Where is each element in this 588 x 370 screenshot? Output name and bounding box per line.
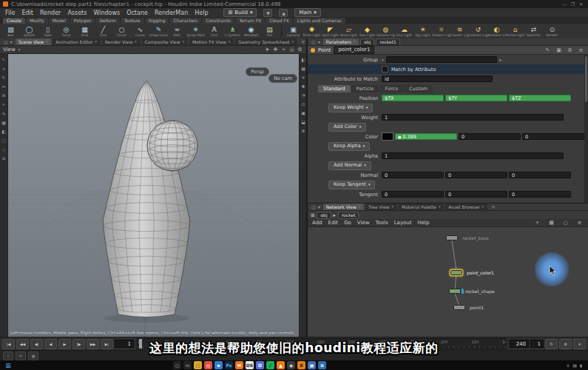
network-node-rocket-shape[interactable]: rocket_shape — [449, 289, 461, 294]
close-button[interactable]: ✕ — [577, 1, 585, 7]
shelf-tool-metaball-tool[interactable]: ◉Metaball — [242, 26, 260, 37]
shelf-tool-grid-tool[interactable]: ▦Grid — [75, 26, 94, 37]
close-tab-icon[interactable]: ✕ — [228, 38, 231, 45]
shelf-tool-geometry-light-tool[interactable]: ◆Geo Light — [358, 26, 376, 37]
net-path-chip-rocket[interactable]: rocket — [338, 212, 359, 219]
display-settings-icon[interactable]: ⚙ — [296, 47, 304, 53]
translate-tool-icon[interactable]: + — [1, 66, 5, 71]
shelf-tool-line-tool[interactable]: ╱Line — [94, 26, 112, 37]
shelf-tool-tube-tool[interactable]: ▯Tube — [38, 26, 57, 37]
layout-selector[interactable]: Main ▾ — [294, 8, 320, 17]
taskbar-davinci-resolve-icon[interactable]: DS — [246, 361, 254, 369]
keep-weight-menu[interactable]: Keep Weight ▾ — [328, 104, 373, 112]
current-frame-field[interactable]: 1 — [115, 340, 134, 348]
shelf-tab-cloud-fx[interactable]: Cloud FX — [266, 18, 293, 24]
playbar-settings-icon[interactable]: ⚙ — [559, 339, 572, 349]
next-key-button[interactable]: ▶▶ — [87, 339, 99, 349]
net-menu-add[interactable]: Add — [312, 220, 322, 226]
minimize-button[interactable]: — — [561, 1, 569, 7]
network-home-icon[interactable]: ⊞ — [311, 212, 314, 218]
find-icon[interactable]: ○ — [561, 220, 570, 226]
select-tool-icon[interactable]: ↖ — [1, 57, 5, 62]
keep-tangent-menu[interactable]: Keep Tangent ▾ — [328, 181, 375, 189]
volume-icon[interactable]: ◖ — [580, 363, 582, 368]
taskbar-houdini-icon[interactable]: H — [235, 361, 243, 369]
highquality-light-icon[interactable]: ✺ — [301, 84, 305, 89]
node-body[interactable] — [453, 305, 465, 310]
shelf-tool-caustic-light-tool[interactable]: ≋Caustic Light — [450, 26, 469, 37]
shelf-tool-volume-light-tool[interactable]: ◍Volume Light — [376, 26, 395, 37]
menu-edit[interactable]: Edit — [21, 10, 33, 16]
shelf-tool-render-tool[interactable]: ⊙Render — [543, 26, 561, 37]
shelf-tool-indirect-light-tool[interactable]: ↺Indirect Light — [469, 26, 487, 37]
tab-parameters[interactable]: Parameters✕ — [323, 38, 359, 45]
points-icon[interactable]: ⊙ — [301, 101, 305, 107]
shelf-tool-curve-tool[interactable]: ∿Curve — [131, 26, 149, 37]
select-icon[interactable]: ➤ — [263, 47, 271, 53]
shelf-tool-box-tool[interactable]: ▧Box — [1, 26, 20, 37]
parm-menu-icon[interactable]: ≡ — [577, 47, 585, 53]
shelf-tool-area-light-tool[interactable]: ▱Area Light — [339, 26, 358, 37]
shelf-tool-ambient-light-tool[interactable]: ◐Ambient Light — [487, 26, 506, 37]
camera-menu-button[interactable]: Persp — [246, 67, 269, 76]
shelf-tab-polygon[interactable]: Polygon — [70, 18, 95, 24]
folder-tab-standard[interactable]: Standard — [318, 85, 351, 92]
shelf-tab-create[interactable]: Create — [3, 18, 25, 24]
performance-icon[interactable]: ▦ — [28, 352, 38, 360]
shelf-tool-circle-tool[interactable]: ○Circle — [112, 26, 131, 37]
menu-assets[interactable]: Assets — [67, 10, 87, 16]
taskbar-task-view-icon[interactable]: ▭ — [183, 361, 192, 369]
shelf-tab-deform[interactable]: Deform — [95, 18, 119, 24]
handles-tool-icon[interactable]: ⊞ — [1, 92, 5, 98]
tab-material-palette[interactable]: Material Palette✕ — [399, 204, 444, 210]
path-chip-rocket1[interactable]: rocket1 — [376, 38, 399, 46]
playbar-menu-icon[interactable]: ▾ — [573, 339, 586, 349]
network-status-icon[interactable]: ▤ — [572, 363, 577, 368]
shelf-tab-modify[interactable]: Modify — [26, 18, 48, 24]
taskbar-spotify-icon[interactable]: ♪ — [266, 361, 274, 369]
menu-help[interactable]: Help — [195, 10, 208, 16]
tangent-y-field[interactable]: 0 — [445, 191, 507, 198]
color-g-field[interactable]: 0 — [459, 133, 521, 140]
tab-composite-view[interactable]: Composite View✕ — [142, 38, 188, 45]
node-body[interactable] — [446, 235, 458, 240]
tray-expand-icon[interactable]: ∧ — [567, 363, 570, 368]
tool-menu-icon[interactable]: ≡ — [1, 155, 5, 161]
pane-maximize-icon[interactable]: ◫ — [4, 39, 8, 44]
grid-snap-icon[interactable]: ▦ — [547, 220, 555, 226]
shelf-tool-draw-curve-tool[interactable]: ✎Draw Curve — [149, 26, 168, 37]
gear-icon[interactable]: ⚙ — [566, 47, 574, 53]
shelf-tool-sphere-tool[interactable]: ◯Sphere — [20, 26, 38, 37]
shelf-tool-font-tool[interactable]: AFont — [205, 26, 223, 37]
net-menu-layout[interactable]: Layout — [394, 220, 412, 226]
draw-tool-icon[interactable]: ✎ — [1, 111, 5, 116]
close-tab-icon[interactable]: ✕ — [481, 204, 484, 210]
color-r-field[interactable]: ●0.389 — [395, 133, 457, 140]
group-field[interactable] — [386, 56, 497, 63]
shelf-tool-switcher-tool[interactable]: ⇄Switcher — [524, 26, 543, 37]
network-node-point1[interactable]: point1 — [453, 305, 465, 310]
shelf-tool-path-tool[interactable]: ≈Path — [168, 26, 186, 37]
display-options-icon[interactable]: ≣ — [301, 128, 305, 133]
timeline[interactable]: 120406080100120140160180200220240 — [137, 338, 507, 349]
shelf-tab-rigging[interactable]: Rigging — [145, 18, 169, 24]
shelf-tool-environment-light-tool[interactable]: ☁Env Light — [395, 26, 413, 37]
start-button[interactable]: ⊞ — [3, 362, 13, 369]
shelf-tab-terrain-fx[interactable]: Terrain FX — [235, 18, 265, 24]
shelf-tool-spot-light-tool[interactable]: ◤Spot Light — [321, 26, 339, 37]
pane-maximize-icon[interactable]: ◫ — [311, 204, 316, 209]
menu-renderman[interactable]: RenderMan — [155, 10, 188, 16]
chevron-down-icon[interactable]: ▾ — [18, 47, 21, 52]
taskbar-vlc-icon[interactable]: ▲ — [277, 361, 285, 369]
net-menu-go[interactable]: Go — [344, 220, 351, 226]
diamond-tool-icon[interactable]: ◇ — [2, 147, 6, 152]
close-tab-icon[interactable]: ✕ — [95, 38, 98, 45]
close-tab-icon[interactable]: ✕ — [358, 204, 361, 210]
close-tab-icon[interactable]: ✕ — [438, 204, 441, 210]
rotate-tool-icon[interactable]: ↻ — [1, 75, 5, 80]
weight-field[interactable]: 1 — [382, 114, 564, 121]
menu-octane[interactable]: Octane — [126, 10, 148, 16]
loop-icon[interactable]: ↻ — [545, 339, 558, 349]
net-menu-view[interactable]: View — [357, 220, 370, 226]
lighting-icon[interactable]: ☀ — [301, 75, 305, 80]
